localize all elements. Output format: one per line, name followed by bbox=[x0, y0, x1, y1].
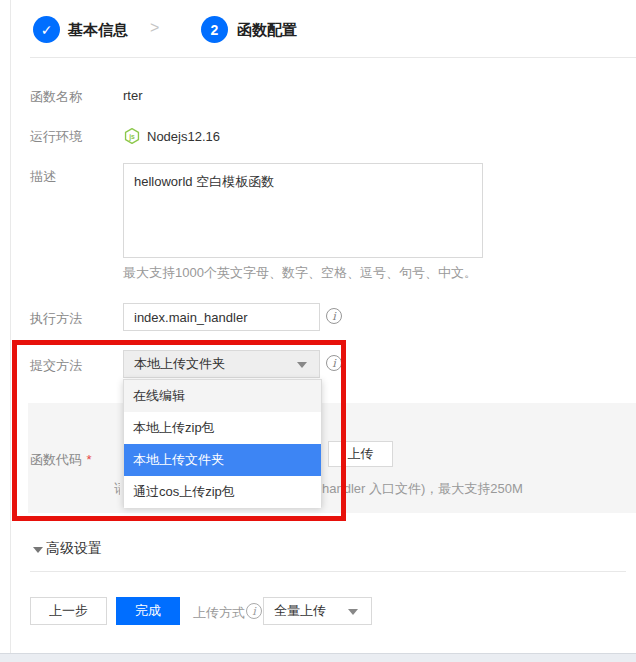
chevron-right-icon: > bbox=[150, 19, 159, 37]
dropdown-option-local-zip[interactable]: 本地上传zip包 bbox=[124, 412, 321, 444]
advanced-settings-toggle[interactable]: 高级设置 bbox=[46, 540, 102, 558]
required-asterisk: * bbox=[86, 452, 91, 467]
upload-mode-select[interactable]: 全量上传 bbox=[263, 597, 372, 625]
panel-left-border bbox=[10, 0, 11, 653]
info-glyph: i bbox=[332, 310, 336, 323]
page-bottom-strip bbox=[0, 653, 636, 662]
dropdown-option-online-edit[interactable]: 在线编辑 bbox=[124, 380, 321, 412]
upload-button[interactable]: 上传 bbox=[328, 441, 393, 467]
submit-method-select[interactable]: 本地上传文件夹 bbox=[123, 350, 320, 378]
step1-done-icon: ✓ bbox=[33, 16, 60, 43]
function-config-page: ✓ 基本信息 > 2 函数配置 函数名称 rter 运行环境 js Nodejs… bbox=[0, 0, 636, 662]
previous-step-label: 上一步 bbox=[49, 602, 88, 620]
done-button[interactable]: 完成 bbox=[116, 597, 180, 625]
submit-method-dropdown: 在线编辑 本地上传zip包 本地上传文件夹 通过cos上传zip包 bbox=[123, 379, 322, 507]
info-glyph: i bbox=[252, 605, 256, 618]
submit-method-value: 本地上传文件夹 bbox=[134, 355, 225, 373]
handler-input[interactable]: index.main_handler bbox=[123, 303, 320, 331]
dropdown-option-cos-zip[interactable]: 通过cos上传zip包 bbox=[124, 476, 321, 508]
step2-number: 2 bbox=[211, 22, 219, 38]
dropdown-option-local-folder[interactable]: 本地上传文件夹 bbox=[124, 444, 321, 476]
submit-method-info-icon[interactable]: i bbox=[326, 355, 342, 371]
function-name-label: 函数名称 bbox=[30, 88, 82, 106]
description-label: 描述 bbox=[30, 168, 56, 186]
submit-method-label: 提交方法 bbox=[30, 357, 82, 375]
step1-label: 基本信息 bbox=[68, 21, 128, 40]
chevron-down-icon bbox=[297, 362, 307, 368]
runtime-label: 运行环境 bbox=[30, 128, 82, 146]
nodejs-icon: js bbox=[123, 127, 141, 145]
handler-info-icon[interactable]: i bbox=[326, 308, 342, 324]
upload-mode-value: 全量上传 bbox=[274, 602, 326, 620]
previous-step-button[interactable]: 上一步 bbox=[30, 597, 107, 625]
function-code-label-text: 函数代码 bbox=[30, 452, 82, 467]
code-tip-clipped: 请 bbox=[114, 480, 120, 496]
done-label: 完成 bbox=[135, 602, 161, 620]
function-name-value: rter bbox=[123, 88, 143, 103]
step2-label: 函数配置 bbox=[237, 21, 297, 40]
upload-button-label: 上传 bbox=[348, 445, 374, 463]
chevron-down-icon bbox=[348, 609, 358, 615]
description-textarea[interactable]: helloworld 空白模板函数 bbox=[123, 163, 483, 258]
svg-text:js: js bbox=[128, 133, 135, 141]
collapse-triangle-icon bbox=[33, 547, 43, 553]
header-divider bbox=[30, 57, 636, 58]
step2-number-badge: 2 bbox=[201, 16, 228, 43]
description-value: helloworld 空白模板函数 bbox=[134, 174, 274, 189]
description-hint: 最大支持1000个英文字母、数字、空格、逗号、句号、中文。 bbox=[123, 264, 477, 282]
function-code-label: 函数代码 * bbox=[30, 450, 92, 469]
upload-mode-label: 上传方式 bbox=[193, 604, 245, 622]
handler-value: index.main_handler bbox=[134, 310, 247, 325]
check-icon: ✓ bbox=[41, 22, 53, 38]
footer-divider bbox=[30, 571, 626, 572]
info-glyph: i bbox=[332, 357, 336, 370]
runtime-value: Nodejs12.16 bbox=[147, 129, 220, 144]
code-tip-text: handler 入口文件)，最大支持250M bbox=[322, 480, 523, 498]
handler-label: 执行方法 bbox=[30, 310, 82, 328]
upload-mode-info-icon[interactable]: i bbox=[246, 603, 262, 619]
